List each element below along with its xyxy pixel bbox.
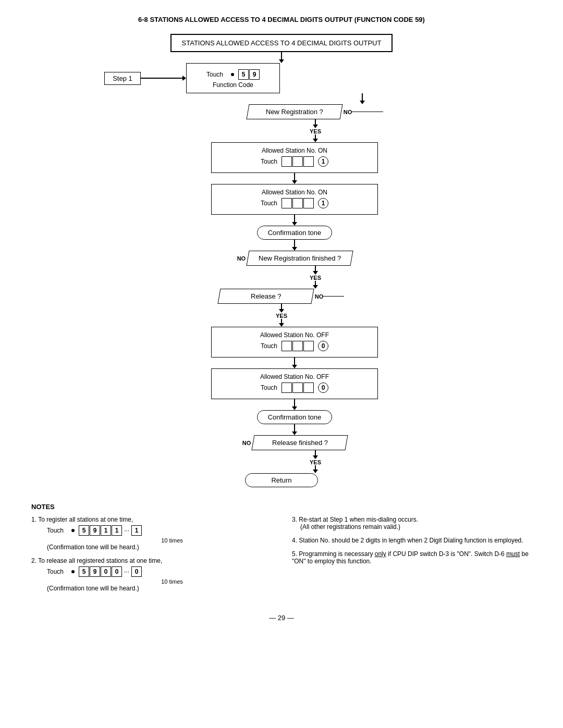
allowed-station-off-box2: Allowed Station No. OFF Touch 0 bbox=[211, 368, 378, 399]
touch-seq-off1 bbox=[282, 341, 314, 351]
note-4: 4. Station No. should be 2 digits in len… bbox=[292, 537, 532, 544]
step1-box: Step 1 bbox=[104, 72, 141, 85]
touch-seq-function-code: 5 9 bbox=[227, 69, 260, 80]
new-reg-finished-diamond: New Registration finished ? bbox=[247, 251, 353, 266]
release-diamond: Release ? bbox=[217, 289, 314, 304]
allowed-station-on-box2: Allowed Station No. ON Touch 1 bbox=[211, 184, 378, 215]
confirmation-tone-1: Confirmation tone bbox=[257, 226, 333, 240]
note-5: 5. Programming is necessary only if CPU … bbox=[292, 550, 532, 565]
touch-seq-off2 bbox=[282, 382, 314, 393]
allowed-station-off-box1: Allowed Station No. OFF Touch 0 bbox=[211, 327, 378, 357]
header-box: STATIONS ALLOWED ACCESS TO 4 DECIMAL DIG… bbox=[170, 34, 393, 52]
note2-touch-seq: 5 9 0 0 ··· 0 bbox=[68, 566, 142, 577]
notes-section: NOTES 1. To register all stations at one… bbox=[31, 503, 532, 598]
return-box: Return bbox=[245, 473, 318, 487]
page-number: — 29 — bbox=[31, 614, 532, 622]
page-title: 6-8 STATIONS ALLOWED ACCESS TO 4 DECIMAL… bbox=[31, 16, 532, 23]
release-finished-diamond: Release finished ? bbox=[252, 435, 348, 450]
confirmation-tone-2: Confirmation tone bbox=[257, 410, 333, 424]
note-2: 2. To release all registered stations at… bbox=[31, 557, 271, 592]
notes-title: NOTES bbox=[31, 503, 532, 511]
function-code-box: Touch 5 9 Function Code bbox=[186, 63, 280, 93]
touch-seq-on1 bbox=[282, 156, 314, 167]
note-3: 3. Re-start at Step 1 when mis-dialing o… bbox=[292, 516, 532, 530]
touch-seq-on2 bbox=[282, 198, 314, 208]
note1-touch-seq: 5 9 1 1 ··· 1 bbox=[68, 525, 142, 536]
new-registration-diamond: New Registration ? bbox=[246, 104, 342, 119]
note-1: 1. To register all stations at one time,… bbox=[31, 516, 271, 551]
flowchart-wrapper: STATIONS ALLOWED ACCESS TO 4 DECIMAL DIG… bbox=[83, 34, 480, 487]
allowed-station-on-box1: Allowed Station No. ON Touch 1 bbox=[211, 142, 378, 173]
